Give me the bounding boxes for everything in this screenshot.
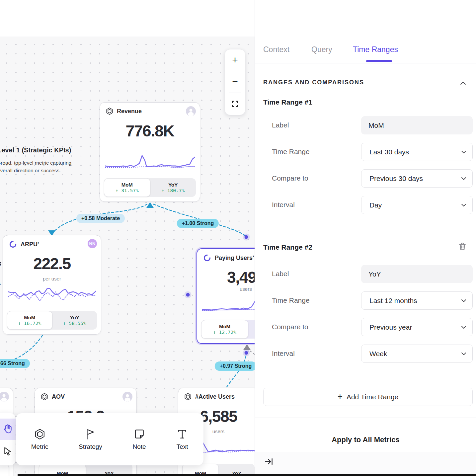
level-note-title: Level 1 (Strategic KPIs) [0,146,71,154]
sparkline-chart [105,153,195,170]
range-toggle-mom[interactable]: MoM ↑ 12.72% [201,320,248,339]
chevron-down-icon [461,299,466,302]
tab-context[interactable]: Context [263,45,289,54]
field-label: Time Range [272,296,310,304]
chevron-down-icon [461,150,466,154]
card-title: AOV [52,393,65,400]
chevron-up-icon[interactable] [460,81,466,85]
range-toggle-yoy[interactable] [248,320,255,339]
metric-hexagon-icon [184,393,192,400]
select-tool-icon[interactable] [0,440,16,462]
metric-hexagon-icon [41,393,48,400]
owner-avatar-icon [186,106,196,116]
panel-footer [255,452,476,476]
correlation-badge[interactable]: +1.00 Strong [177,219,219,228]
correlation-badge[interactable]: 66 Strong [0,359,30,368]
cutoff-text-fragment: a [0,280,1,286]
owner-avatar-icon [0,392,9,402]
range-toggle-mom[interactable] [0,464,9,476]
interval-select[interactable]: Day [361,196,473,214]
range-toggle-yoy[interactable]: YoY ↑ 58.55% [52,311,97,330]
sparkline-chart [8,286,96,306]
add-metric-button[interactable]: Metric [31,428,48,450]
card-title: Paying Users' [215,255,254,262]
chevron-down-icon [461,352,466,356]
metric-tree-canvas[interactable]: +0.58 Moderate +1.00 Strong 66 Strong +0… [0,37,255,476]
settings-panel: Context Query Time Ranges RANGES AND COM… [255,0,476,476]
time-range-1-title: Time Range #1 [263,98,312,106]
loading-spinner-icon [9,240,17,248]
metric-value: 3,49 [227,268,255,286]
section-header[interactable]: RANGES AND COMPARISONS [263,79,364,86]
range-toggle: MoM ↑ 16.72% YoY ↑ 58.55% [7,311,97,330]
field-label: Compare to [272,174,308,182]
metric-unit: users [240,286,252,292]
metric-card-revenue[interactable]: Revenue 776.8K MoM ↑ 31.57% YoY ↑ 180.7% [100,102,200,202]
metric-card-paying-users[interactable]: Paying Users' 3,49 users MoM ↑ 12.72% [197,248,255,344]
zoom-controls: + − [225,49,245,115]
chevron-down-icon [461,203,466,207]
metric-value: 222.5 [3,255,101,273]
metric-unit: per user [3,276,101,281]
zoom-in-button[interactable]: + [225,49,245,71]
range-toggle-mom[interactable]: MoM ↑ 16.72% [7,311,52,330]
hand-tool-icon[interactable] [0,419,16,440]
connector-handle[interactable] [245,235,248,239]
add-note-button[interactable]: Note [132,428,146,450]
owner-avatar-icon [122,392,132,402]
time-range-select[interactable]: Last 30 days [361,143,473,161]
metric-value: 776.8K [100,122,200,140]
range-toggle [0,464,9,476]
add-time-range-button[interactable]: + Add Time Range [263,388,473,406]
cutoff-text-fragment: s [0,260,1,267]
metric-card-arpu[interactable]: ARPU' NN 222.5 per user MoM ↑ 16.72% YoY… [3,235,101,335]
apply-to-all-metrics-button[interactable]: Apply to All Metrics [255,430,476,450]
metric-hexagon-icon [106,108,113,115]
range-toggle-yoy[interactable]: YoY ↑ 180.7% [150,178,196,197]
loading-spinner-icon [203,254,211,262]
compare-to-select[interactable]: Previous 30 days [361,169,473,188]
label-input[interactable]: YoY [361,265,473,283]
delete-time-range-icon[interactable] [458,242,468,253]
range-toggle: MoM ↑ 12.72% [201,320,255,339]
time-range-2-title: Time Range #2 [263,243,312,251]
chevron-down-icon [461,326,466,329]
active-tab-indicator [366,60,392,62]
field-label: Label [272,270,289,278]
correlation-badge[interactable]: +0.58 Moderate [76,214,125,223]
label-input[interactable]: MoM [361,116,473,134]
tab-query[interactable]: Query [311,45,332,54]
plus-icon: + [338,391,343,402]
time-range-select[interactable]: Last 12 months [361,291,473,310]
compare-to-select[interactable]: Previous year [361,318,473,336]
field-label: Label [272,121,289,129]
collapse-panel-icon[interactable] [264,457,273,466]
canvas-add-toolbar: Metric Strategy Note Text [16,413,203,465]
zoom-out-button[interactable]: − [225,71,245,92]
field-label: Time Range [272,148,310,156]
card-title: Revenue [117,108,142,115]
range-toggle-mom[interactable]: MoM ↑ 31.57% [104,178,150,197]
add-text-button[interactable]: Text [176,428,188,450]
add-strategy-button[interactable]: Strategy [79,428,102,450]
fit-view-icon[interactable] [225,93,245,115]
window-bottom-edge [18,474,476,476]
interval-select[interactable]: Week [361,345,473,363]
connector-handle[interactable] [245,351,248,355]
card-title: #Active Users [195,393,235,400]
card-title: ARPU' [21,241,39,248]
correlation-badge[interactable]: +0.97 Strong [215,361,255,371]
range-toggle: MoM ↑ 31.57% YoY ↑ 180.7% [104,178,196,197]
collaborator-badge: NN [88,239,97,248]
tab-time-ranges[interactable]: Time Ranges [353,45,398,54]
chevron-down-icon [461,177,466,180]
sparkline-chart [202,298,255,314]
level-note-line: overall direction or success. [0,168,61,174]
level-note-line: Broad, top-level metric capturing [0,160,71,166]
field-label: Interval [272,201,295,209]
field-label: Interval [272,350,295,357]
canvas-tool-palette [0,413,16,465]
field-label: Compare to [272,323,308,331]
connector-handle[interactable] [186,293,190,297]
